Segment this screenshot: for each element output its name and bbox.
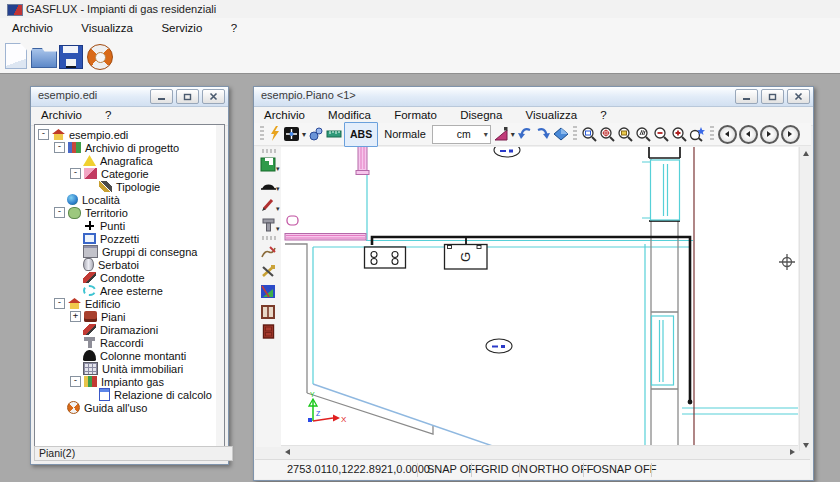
- pipe-tool-icon[interactable]: ▾: [259, 196, 279, 213]
- osnap-spheres-icon[interactable]: [308, 125, 324, 144]
- tree-item-relazione-calcolo[interactable]: Relazione di calcolo: [35, 388, 224, 401]
- view-rotate-left-button[interactable]: [718, 125, 737, 144]
- plan-menu-archivio[interactable]: Archivio: [254, 107, 315, 121]
- zoom-out-icon[interactable]: [653, 125, 669, 144]
- toolbar-grip[interactable]: [260, 126, 264, 142]
- pink-wall-horizontal[interactable]: [285, 234, 366, 241]
- tree-menu-help[interactable]: ?: [95, 107, 121, 121]
- tree-item-diramazioni[interactable]: Diramazioni: [35, 323, 224, 336]
- ruler-icon[interactable]: [326, 125, 342, 144]
- zoom-object-icon[interactable]: [689, 125, 706, 144]
- tree-item-anagrafica[interactable]: Anagrafica: [35, 154, 224, 167]
- zoom-extents-icon[interactable]: [599, 125, 615, 144]
- tree-item-aree-esterne[interactable]: Aree esterne: [35, 284, 224, 297]
- app-titlebar[interactable]: GASFLUX - Impianti di gas residenziali: [0, 0, 840, 19]
- view-rotate-right-button[interactable]: [781, 125, 800, 144]
- abs-coordinates-button[interactable]: ABS: [344, 122, 378, 147]
- expander-icon[interactable]: -: [54, 142, 65, 153]
- window-symbol-top[interactable]: [651, 160, 680, 220]
- tree-item-localita[interactable]: Località: [35, 193, 224, 206]
- expander-icon[interactable]: +: [70, 311, 81, 322]
- tree-item-categorie[interactable]: -Categorie: [35, 167, 224, 180]
- window-symbol-bottom[interactable]: [652, 316, 674, 385]
- save-floppy-icon[interactable]: [59, 45, 83, 69]
- menu-help[interactable]: ?: [219, 19, 249, 40]
- expander-icon[interactable]: -: [54, 207, 65, 218]
- unit-select[interactable]: cm▾: [432, 125, 491, 144]
- grid-toggle[interactable]: GRID ON: [481, 463, 528, 475]
- tree-item-unita-immobiliari[interactable]: Unità immobiliari: [35, 362, 224, 375]
- column-tool-icon[interactable]: ▾: [259, 176, 279, 193]
- expander-icon[interactable]: -: [70, 376, 81, 387]
- gray-wall-lines[interactable]: [285, 159, 678, 447]
- vertical-scrollbar[interactable]: [799, 147, 812, 451]
- tree-item-serbatoi[interactable]: Serbatoi: [35, 258, 224, 271]
- plan-menu-help[interactable]: ?: [590, 107, 616, 121]
- tree-item-archivio-progetto[interactable]: -Archivio di progetto: [35, 141, 224, 154]
- snap-toggle[interactable]: SNAP OFF: [427, 463, 482, 475]
- tree-scrollbar[interactable]: [216, 125, 224, 447]
- expander-icon[interactable]: -: [54, 298, 65, 309]
- tree-item-punti[interactable]: Punti: [35, 219, 224, 232]
- close-button[interactable]: [787, 89, 810, 104]
- toolbar-grip[interactable]: [262, 149, 276, 153]
- restore-button[interactable]: [176, 89, 199, 104]
- fitting-tool-icon[interactable]: ▾: [259, 216, 279, 233]
- floor-plan-drawing[interactable]: G: [281, 147, 798, 451]
- scroll-left-button[interactable]: [281, 446, 293, 458]
- boiler-symbol[interactable]: G: [445, 245, 488, 270]
- toolbar-grip[interactable]: [710, 126, 714, 142]
- tree-item-territorio[interactable]: -Territorio: [35, 206, 224, 219]
- room-tool-icon[interactable]: ▾: [259, 156, 279, 173]
- plan-menu-formato[interactable]: Formato: [384, 107, 447, 121]
- sketch-tool-icon[interactable]: [259, 243, 279, 260]
- window-tool-icon[interactable]: [259, 303, 279, 320]
- zoom-window-icon[interactable]: [581, 125, 597, 144]
- help-lifesaver-icon[interactable]: [87, 44, 113, 70]
- appliance-tag[interactable]: [494, 147, 520, 157]
- close-button[interactable]: [202, 89, 225, 104]
- view-rotate-right-button[interactable]: [760, 125, 779, 144]
- tree-item-pozzetti[interactable]: Pozzetti: [35, 232, 224, 245]
- pink-node-marker[interactable]: [287, 216, 298, 225]
- verify-tool-icon[interactable]: [259, 283, 279, 300]
- plan-menu-disegna[interactable]: Disegna: [450, 107, 512, 121]
- pink-wall-vertical[interactable]: [356, 147, 369, 175]
- appliance-tag[interactable]: [486, 339, 512, 353]
- cyan-wall-lines[interactable]: [313, 162, 798, 451]
- expander-icon[interactable]: -: [38, 129, 49, 140]
- plan-window-titlebar[interactable]: esempio.Piano <1>: [254, 87, 813, 107]
- plan-menu-modifica[interactable]: Modifica: [318, 107, 381, 121]
- tools-hammer-icon[interactable]: [259, 263, 279, 280]
- tree-item-raccordi[interactable]: Raccordi: [35, 336, 224, 349]
- osnap-toggle[interactable]: OSNAP OFF: [593, 463, 656, 475]
- redo-icon[interactable]: [535, 125, 551, 144]
- tree-item-tipologie[interactable]: Tipologie: [35, 180, 224, 193]
- scroll-down-button[interactable]: [800, 439, 812, 451]
- tree-item-gruppi-consegna[interactable]: Gruppi di consegna: [35, 245, 224, 258]
- tree-item-edificio[interactable]: -Edificio: [35, 297, 224, 310]
- zoom-in-icon[interactable]: [671, 125, 687, 144]
- plan-menu-visualizza[interactable]: Visualizza: [516, 107, 588, 121]
- minimize-button[interactable]: [735, 89, 758, 104]
- stove-symbol[interactable]: [365, 247, 406, 268]
- tree-menu-archivio[interactable]: Archivio: [31, 107, 92, 121]
- scroll-up-button[interactable]: [800, 147, 812, 159]
- toolbar-grip[interactable]: [573, 126, 577, 142]
- view-rotate-left-button[interactable]: [739, 125, 758, 144]
- menu-archivio[interactable]: Archivio: [0, 19, 65, 40]
- pan-icon[interactable]: [635, 125, 651, 144]
- restore-button[interactable]: [761, 89, 784, 104]
- tree-item-impianto-gas[interactable]: -Impianto gas: [35, 375, 224, 388]
- tree-item-guida-uso[interactable]: Guida all'uso: [35, 401, 224, 414]
- tree-item-colonne-montanti[interactable]: Colonne montanti: [35, 349, 224, 362]
- redraw-lightning-icon[interactable]: [268, 125, 281, 144]
- menu-visualizza[interactable]: Visualizza: [69, 19, 145, 40]
- menu-servizio[interactable]: Servizio: [149, 19, 214, 40]
- drawing-canvas[interactable]: G: [281, 147, 798, 451]
- slope-tool-icon[interactable]: ▾: [493, 125, 515, 144]
- minimize-button[interactable]: [150, 89, 173, 104]
- zoom-previous-icon[interactable]: [617, 125, 633, 144]
- new-document-icon[interactable]: [5, 43, 27, 69]
- tree-item-esempio-edi[interactable]: -esempio.edi: [35, 128, 224, 141]
